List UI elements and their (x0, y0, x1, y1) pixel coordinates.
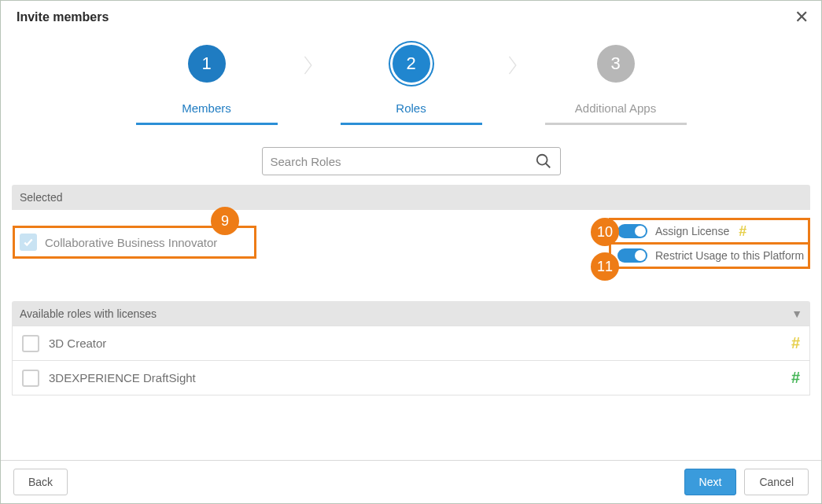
assign-license-label: Assign License (655, 225, 729, 237)
back-button[interactable]: Back (13, 469, 68, 495)
step-underline (341, 123, 482, 125)
hash-icon: # (791, 334, 800, 352)
step-label-members: Members (182, 101, 231, 121)
svg-point-0 (536, 155, 547, 165)
available-section-header[interactable]: Available roles with licenses ▼ (12, 301, 810, 326)
toggle-stack: 10 11 Assign License # Restrict Usage to… (609, 218, 810, 267)
selected-section-title: Selected (20, 191, 62, 204)
chevron-down-icon[interactable]: ▼ (791, 307, 802, 320)
selected-role-label: Collaborative Business Innovator (45, 236, 217, 249)
available-role-row[interactable]: 3DEXPERIENCE DraftSight # (12, 360, 810, 395)
next-button[interactable]: Next (684, 469, 737, 495)
chevron-right-icon (293, 45, 325, 76)
chevron-right-icon (498, 45, 529, 76)
dialog-header: Invite members ✕ (1, 1, 821, 32)
restrict-usage-toggle[interactable] (617, 248, 647, 263)
annotation-marker-11: 11 (591, 252, 619, 281)
step-roles[interactable]: 2 Roles (325, 45, 498, 125)
checkbox-unchecked[interactable] (22, 335, 39, 352)
search-box[interactable] (262, 147, 561, 175)
selected-section-header: Selected (12, 185, 810, 210)
assign-license-toggle[interactable] (617, 224, 647, 238)
step-underline (545, 123, 687, 125)
step-members[interactable]: 1 Members (120, 45, 293, 125)
restrict-usage-row: Restrict Usage to this Platform (609, 242, 810, 269)
step-number-1: 1 (188, 45, 226, 83)
step-underline (136, 123, 278, 125)
search-container (1, 147, 821, 175)
selected-section-body: 9 Collaborative Business Innovator 10 11… (12, 210, 810, 287)
search-icon[interactable] (535, 153, 552, 170)
search-input[interactable] (271, 155, 535, 168)
annotation-marker-9: 9 (211, 207, 239, 235)
annotation-marker-10: 10 (591, 218, 619, 246)
hash-icon: # (739, 223, 746, 240)
hash-icon: # (791, 369, 800, 387)
restrict-usage-label: Restrict Usage to this Platform (655, 249, 804, 262)
checkbox-unchecked[interactable] (22, 370, 39, 387)
step-label-roles: Roles (396, 101, 426, 121)
available-role-label: 3D Creator (49, 337, 106, 350)
step-number-3: 3 (597, 45, 635, 83)
svg-line-1 (545, 164, 550, 168)
assign-license-row: Assign License # (609, 218, 810, 245)
dialog-footer: Back Next Cancel (1, 460, 821, 503)
close-icon[interactable]: ✕ (794, 9, 809, 26)
available-role-row[interactable]: 3D Creator # (12, 326, 810, 361)
available-section-title: Available roles with licenses (20, 307, 157, 320)
content-area: Selected 9 Collaborative Business Innova… (12, 185, 810, 395)
stepper: 1 Members 2 Roles 3 Additional Apps (1, 45, 821, 125)
step-additional-apps[interactable]: 3 Additional Apps (529, 45, 702, 125)
available-role-label: 3DEXPERIENCE DraftSight (49, 371, 196, 384)
available-section: Available roles with licenses ▼ 3D Creat… (12, 301, 810, 395)
cancel-button[interactable]: Cancel (744, 469, 809, 495)
checkbox-checked[interactable] (20, 234, 37, 251)
dialog-title: Invite members (17, 10, 109, 24)
step-label-additional-apps: Additional Apps (575, 101, 656, 121)
step-number-2: 2 (393, 45, 430, 83)
